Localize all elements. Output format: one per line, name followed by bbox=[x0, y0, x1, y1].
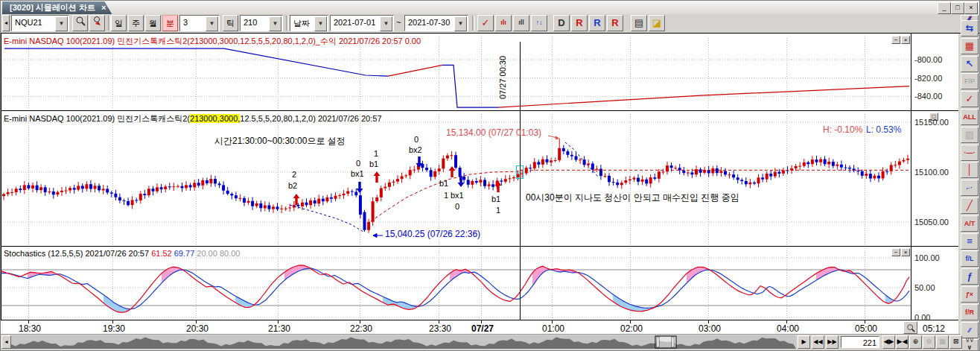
chart-canvas[interactable] bbox=[1, 1, 980, 351]
chart-annotation: 0 bbox=[455, 202, 459, 211]
vertical-segment-icon[interactable]: │ bbox=[961, 162, 979, 178]
more-nav-icon[interactable]: ∨∨ bbox=[965, 336, 973, 344]
horizontal-lines-icon[interactable]: ≡ bbox=[961, 233, 979, 250]
session-time-label: 07/27 00:30 bbox=[498, 56, 507, 99]
chart-annotation: 1 bbox=[374, 149, 378, 158]
search-icon bbox=[906, 323, 915, 332]
session-low-pct-label: L: 0.53% bbox=[866, 124, 901, 135]
x-axis-label-0727: 07/27 bbox=[468, 323, 497, 334]
profit-panel-minimize-button[interactable]: − bbox=[891, 36, 900, 44]
y-axis-label: 100.00 bbox=[914, 253, 940, 262]
sort-updown-icon[interactable]: ↑↓ bbox=[531, 15, 547, 31]
nav-pan-icon[interactable]: ◀▶ bbox=[882, 335, 895, 349]
main-panel-title: E-mini NASDAQ 100(2021.09) 민전기스톡캐스틱2(213… bbox=[4, 113, 382, 124]
stoch-panel-close-button[interactable]: × bbox=[901, 248, 910, 256]
y-axis-label: 15100.00 bbox=[914, 168, 949, 177]
session-high-pct-label: H: -0.10% bbox=[823, 124, 862, 135]
xaxis-zoom-button[interactable] bbox=[903, 321, 917, 334]
apply-indicator-icon[interactable]: ✓ bbox=[477, 15, 494, 31]
chart-annotation: 시간21:30:00~00:30:00으로 설정 bbox=[214, 135, 346, 148]
chart-annotation: b2 bbox=[288, 181, 297, 190]
x-axis-label-1830: 18:30 bbox=[15, 323, 45, 334]
current-time-label: 05:12 bbox=[923, 323, 945, 334]
y-axis-label: 15150.00 bbox=[914, 118, 949, 127]
main-title-highlight: 213000,3000, bbox=[190, 114, 240, 123]
y-axis-label: 0.00 bbox=[914, 313, 930, 322]
chart-annotation: b1 bbox=[369, 159, 378, 168]
fib-lines-icon[interactable]: f/L bbox=[961, 250, 979, 267]
y-axis-label: -800.00 bbox=[914, 55, 942, 64]
y-axis-label: 15050.00 bbox=[914, 218, 949, 227]
nav-minus-icon: ⊖ bbox=[923, 335, 935, 349]
nav-grid-icon: ▦ bbox=[936, 335, 949, 349]
x-axis-label-2130: 21:30 bbox=[264, 323, 294, 334]
cursor-tool-icon[interactable]: ↖ bbox=[961, 56, 979, 72]
nav-compress-icon[interactable]: ▶◀ bbox=[896, 335, 909, 349]
chart-annotation: 1 bbox=[444, 191, 448, 200]
nav-close-icon[interactable]: ⊠ bbox=[949, 335, 962, 349]
stoch-panel-minimize-button[interactable]: − bbox=[891, 248, 900, 256]
chart-annotation: b1 bbox=[491, 195, 500, 203]
x-axis-label-2030: 20:30 bbox=[182, 323, 212, 334]
x-axis-label-2230: 22:30 bbox=[346, 323, 376, 334]
indicator-chart-icon[interactable]: ılı bbox=[495, 15, 512, 31]
chart-annotation: 0 bbox=[414, 135, 419, 144]
erase-one-icon[interactable]: ✓ bbox=[961, 91, 979, 107]
profit-panel-close-button[interactable]: × bbox=[901, 36, 910, 44]
x-axis-label-0200: 02:00 bbox=[617, 323, 646, 334]
open-icon[interactable]: ◪ bbox=[649, 15, 665, 31]
navigator-step-button-0[interactable]: ▶ bbox=[798, 335, 810, 349]
stoch-title-text: Stochastics (12.5,5,5) 2021/07/26 20:57 bbox=[4, 249, 149, 258]
bar-chart-icon[interactable]: ıll bbox=[513, 15, 529, 31]
chart-annotation: 0 bbox=[356, 159, 360, 168]
chart-annotation: 2 bbox=[292, 170, 296, 179]
chart-annotation: 15,040.25 (07/26 22:36) bbox=[385, 229, 480, 239]
tool-disabled-icon: ▨ bbox=[961, 127, 979, 143]
chart-annotation: bx2 bbox=[409, 145, 422, 154]
fp-tool-disabled-icon: F/P bbox=[961, 73, 979, 89]
chart-annotation: bx1 bbox=[451, 191, 464, 200]
doc-r-icon[interactable]: R bbox=[571, 15, 588, 31]
y-axis-label: -820.00 bbox=[914, 74, 942, 83]
y-axis-label: -840.00 bbox=[914, 92, 942, 101]
doc-d-icon[interactable]: D bbox=[553, 15, 570, 31]
candle-count-input[interactable]: 221 bbox=[841, 336, 879, 348]
refresh-chart-icon[interactable]: ⇆ bbox=[961, 20, 979, 37]
navigator-step-button-1[interactable]: ◀◀ bbox=[812, 335, 824, 349]
horizontal-segment-icon[interactable]: ·—· bbox=[961, 145, 979, 161]
main-title-post: 12.5,5,5,20,80,1,2,0) 2021/07/26 20:57 bbox=[240, 114, 381, 123]
x-axis-label-0100: 01:00 bbox=[538, 323, 568, 334]
x-axis-label-1930: 19:30 bbox=[99, 323, 129, 334]
erase-all-icon[interactable]: ALL bbox=[961, 109, 979, 125]
y-axis-label: 50.00 bbox=[914, 283, 935, 292]
stoch-d-value: 69.77 bbox=[174, 249, 195, 258]
save-icon[interactable]: ▤ bbox=[631, 15, 647, 31]
clipboard-r-icon[interactable]: R bbox=[607, 15, 623, 31]
x-axis-label-0400: 04:00 bbox=[773, 323, 803, 334]
x-axis-label-0500: 05:00 bbox=[851, 323, 881, 334]
navigator-step-button-2[interactable]: ▶▶ bbox=[826, 335, 839, 349]
chart-settings-icon[interactable]: ▦ bbox=[961, 38, 979, 54]
fib-retracement-icon[interactable]: f/R bbox=[961, 304, 979, 320]
x-axis-label-0300: 03:00 bbox=[695, 323, 725, 334]
diagonal-line-icon[interactable]: ╱ bbox=[961, 197, 979, 214]
main-title-pre: E-mini NASDAQ 100(2021.09) 민전기스톡캐스틱2( bbox=[4, 114, 190, 123]
bracket-point-icon[interactable]: ⌐· bbox=[961, 180, 979, 196]
navigator-left-button[interactable]: ◂ bbox=[1, 335, 11, 349]
fib-fan-icon[interactable]: ƒ bbox=[961, 268, 979, 285]
stoch-bands-label: 20.00 80.00 bbox=[197, 249, 240, 258]
simulation-chart-window: [3020] 시뮬레이션 차트× _ □ × ◂ NQU21▼ 일 주 월 분 … bbox=[0, 0, 980, 351]
chart-annotation: bx1 bbox=[351, 169, 364, 178]
chart-annotation: b1 bbox=[439, 179, 448, 188]
stoch-panel-title: Stochastics (12.5,5,5) 2021/07/26 20:57 … bbox=[4, 249, 240, 258]
fib-tools-icon[interactable]: ƒ× bbox=[961, 286, 979, 303]
profit-panel-title: E-mini NASDAQ 100(2021.09) 민전기스톡캐스틱2(213… bbox=[4, 36, 421, 47]
x-axis-label-2330: 23:30 bbox=[425, 323, 455, 334]
chart-annotation: 00시30분이 지나도 청산이 안되고 매수진입 진행 중임 bbox=[526, 192, 739, 204]
nav-target-icon[interactable]: ⊕ bbox=[909, 335, 922, 349]
chart-annotation: 15,134.00 (07/27 01:03) bbox=[446, 127, 541, 138]
chart-annotation: 1 bbox=[496, 206, 500, 215]
text-note-icon[interactable]: A/T bbox=[961, 215, 979, 232]
stoch-k-value: 61.52 bbox=[151, 249, 172, 258]
copy-r-icon[interactable]: R bbox=[589, 15, 605, 31]
